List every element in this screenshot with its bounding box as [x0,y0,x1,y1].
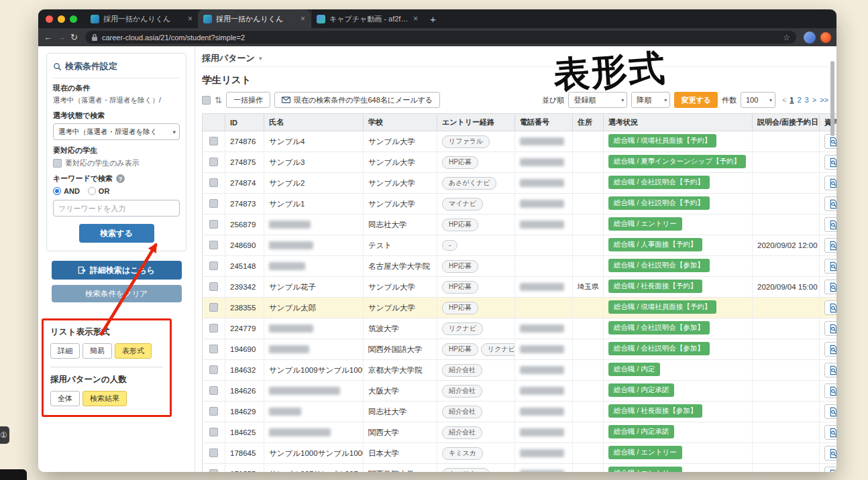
cell-address: 埼玉県 [573,277,604,298]
profile-avatar[interactable] [804,32,816,44]
cell-id: 256879 [225,215,264,235]
row-checkbox[interactable] [209,261,218,270]
pattern-count-section: 採用パターンの人数 全体検索結果 [50,367,163,406]
list-format-option[interactable]: 詳細 [50,343,80,359]
or-radio[interactable] [88,187,96,195]
record-indicator-icon[interactable] [820,32,831,43]
row-checkbox[interactable] [209,365,218,374]
document-preview-button[interactable] [824,363,836,377]
document-preview-button[interactable] [824,280,836,294]
status-badge: 総合職 / 内定承諾 [608,425,674,438]
row-checkbox[interactable] [209,345,218,353]
status-badge: 総合職 / 現場社員面接【予約】 [608,134,716,147]
row-checkbox[interactable] [209,220,218,229]
pattern-count-option[interactable]: 全体 [50,391,80,406]
cell-document [820,256,837,277]
entry-route-pill: HP応募 [442,343,478,356]
browser-tab[interactable]: 採用一括かんりくん× [198,9,311,28]
document-preview-button[interactable] [824,404,836,419]
list-format-option[interactable]: 簡易 [83,343,112,359]
document-preview-button[interactable] [824,176,836,190]
help-icon[interactable]: ? [116,174,125,183]
document-preview-button[interactable] [824,321,836,336]
cell-reservation-date [753,422,820,443]
document-preview-icon [828,365,836,375]
row-checkbox[interactable] [209,407,218,416]
cell-status: 総合職 / 内定 [604,360,753,381]
document-preview-button[interactable] [824,259,836,274]
document-preview-icon [828,345,836,355]
status-select[interactable]: 選考中（落選者・辞退者を除く ▾ [53,123,180,140]
address-bar[interactable]: career-cloud.asia/21/com/student?simple=… [85,31,796,44]
browser-tab[interactable]: 採用一括かんりくん× [85,9,198,28]
scrollbar-thumb[interactable] [830,61,834,136]
row-checkbox[interactable] [209,386,218,395]
list-format-option[interactable]: 表形式 [115,343,152,359]
row-checkbox[interactable] [209,303,218,312]
back-button[interactable]: ← [44,32,52,42]
cell-name [264,381,364,402]
bookmark-star-icon[interactable]: ☆ [783,33,790,42]
tab-close-icon[interactable]: × [188,14,193,23]
status-badge: 総合職 / 内定 [608,363,660,376]
document-preview-button[interactable] [824,155,836,170]
pattern-dropdown[interactable]: 採用パターン ▾ [202,50,828,67]
row-checkbox[interactable] [209,241,218,249]
column-header: 学校 [364,114,437,131]
clear-conditions-button[interactable]: 検索条件をクリア [52,285,182,302]
tab-close-icon[interactable]: × [413,14,418,23]
row-checkbox[interactable] [209,448,218,457]
status-badge: 総合職 / エントリー [608,446,682,459]
row-checkbox[interactable] [209,137,218,145]
row-checkbox[interactable] [209,324,218,333]
freeword-input[interactable] [53,200,180,217]
cell-checkbox [203,131,225,152]
per-page-select[interactable]: 100 ▾ [741,92,775,108]
page-current[interactable]: 1 [790,96,794,104]
document-preview-button[interactable] [824,196,836,211]
search-icon [53,62,62,71]
sort-toggle-icon[interactable]: ⇅ [215,95,222,105]
row-checkbox[interactable] [209,428,218,436]
page-link[interactable]: > [812,96,816,104]
document-preview-button[interactable] [824,425,836,440]
page-link[interactable]: >> [820,96,828,104]
browser-tab[interactable]: キャプチャ動画 - af2f053c4474× [311,9,423,28]
mail-button[interactable]: 現在の検索条件の学生648名にメールする [274,92,440,108]
cell-entry-route: HP応募 [437,298,515,318]
document-preview-button[interactable] [824,300,836,315]
row-checkbox[interactable] [209,178,218,187]
advanced-search-button[interactable]: 詳細検索はこちら [52,261,182,280]
row-checkbox[interactable] [209,469,218,473]
document-preview-button[interactable] [824,238,836,253]
bulk-action-button[interactable]: 一括操作 [226,92,270,108]
forward-button[interactable]: → [57,32,66,42]
row-checkbox[interactable] [209,158,218,166]
document-preview-button[interactable] [824,467,836,472]
and-radio[interactable] [53,187,61,195]
tab-close-icon[interactable]: × [301,14,305,23]
document-preview-button[interactable] [824,446,836,461]
row-checkbox[interactable] [209,199,218,208]
zoom-window-button[interactable] [70,15,77,23]
status-badge: 総合職 / エントリー [608,217,682,231]
apply-sort-button[interactable]: 変更する [674,92,718,108]
url-text: career-cloud.asia/21/com/student?simple=… [102,34,245,42]
search-button[interactable]: 検索する [79,224,154,243]
close-window-button[interactable] [46,15,53,23]
pattern-count-option[interactable]: 検索結果 [83,391,127,406]
reload-button[interactable]: ↻ [70,32,78,42]
need-action-checkbox[interactable] [53,159,62,168]
select-all-checkbox[interactable] [202,96,211,105]
sidebar: 検索条件設定 現在の条件 選考中（落選者・辞退者を除く）/ 選考状態で検索 選考… [38,46,195,472]
new-tab-button[interactable]: + [423,9,443,28]
page-link[interactable]: 2 [797,96,801,104]
redacted-phone [520,137,564,145]
page-link[interactable]: 3 [805,96,809,104]
document-preview-button[interactable] [824,383,836,398]
document-preview-button[interactable] [824,217,836,232]
document-preview-button[interactable] [824,342,836,357]
minimize-window-button[interactable] [58,15,65,23]
row-checkbox[interactable] [209,282,218,291]
document-preview-button[interactable] [824,134,836,149]
